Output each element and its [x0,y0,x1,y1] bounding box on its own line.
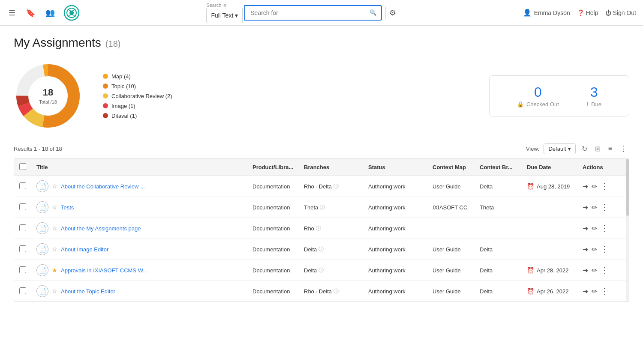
title-text-1[interactable]: Tests [61,204,74,211]
action-edit-2[interactable]: ✏ [592,224,597,233]
due-date-cell-3 [522,239,577,260]
branch-info-icon-4[interactable]: ⓘ [318,267,324,274]
col-header-product[interactable]: Product/Libra... [247,159,299,176]
title-cell-2: 📄 ☆ About the My Assignments page [36,222,242,234]
branch-info-icon-3[interactable]: ⓘ [318,246,324,253]
row-checkbox-3[interactable] [19,245,26,252]
search-button[interactable]: 🔍 [365,9,381,16]
title-text-4[interactable]: Approvals in IXIASOFT CCMS W... [61,267,147,274]
action-edit-1[interactable]: ✏ [592,203,597,212]
row-checkbox-0[interactable] [19,182,26,189]
col-header-due-date[interactable]: Due Date [522,159,577,176]
signout-button[interactable]: ⏻ Sign Out [605,9,636,16]
action-more-3[interactable]: ⋮ [601,245,608,254]
branch-info-icon-0[interactable]: ⓘ [334,183,339,190]
action-navigate-4[interactable]: ➜ [583,266,588,274]
view-label: View: [526,146,540,152]
table-row: 📄 ☆ About the My Assignments page Docume… [14,218,629,239]
donut-total-num: 18 [39,87,57,98]
action-edit-5[interactable]: ✏ [592,287,597,295]
help-button[interactable]: ❓ Help [577,9,598,16]
checked-out-label: Checked Out [526,101,559,107]
user-icon: 👤 [523,9,532,17]
scrollbar-track[interactable] [626,159,629,301]
results-count: Results 1 - 18 of 18 [14,146,62,152]
star-icon-1[interactable]: ☆ [52,204,57,211]
title-text-5[interactable]: About the Topic Editor [61,288,115,295]
action-navigate-2[interactable]: ➜ [583,224,588,233]
stat-checked-out-label: 🔒 Checked Out [517,101,559,107]
action-more-1[interactable]: ⋮ [601,203,608,212]
select-all-checkbox[interactable] [19,163,26,170]
row-checkbox-4[interactable] [19,266,26,273]
branches-cell-1: Theta ⓘ [299,197,363,218]
page-title: My Assignments [14,36,101,50]
legend-label-ditaval: Ditaval (1) [111,113,137,119]
scrollbar-thumb[interactable] [626,159,629,216]
donut-label: 18 Total /18 [39,87,57,105]
title-cell-3: 📄 ☆ About Image Editor [36,243,242,255]
branch-info-icon-5[interactable]: ⓘ [334,288,339,295]
page-count: (18) [105,39,121,49]
title-text-0[interactable]: About the Collaborative Review ... [61,183,145,190]
table-row: 📄 ☆ About the Collaborative Review ... D… [14,176,629,197]
row-checkbox-5[interactable] [19,287,26,294]
filter-rows-button[interactable]: ≡ [607,143,614,154]
user-info[interactable]: 👤 Emma Dyson [523,9,570,17]
action-navigate-1[interactable]: ➜ [583,203,588,212]
stat-due-label: ! Due [587,101,601,107]
search-in-value: Full Text [211,12,233,19]
action-navigate-3[interactable]: ➜ [583,245,588,254]
action-more-5[interactable]: ⋮ [601,286,608,296]
more-options-button[interactable]: ⋮ [618,142,629,155]
stat-due: 3 ! Due [573,84,615,107]
context-map-cell-0: User Guide [427,176,475,197]
action-navigate-0[interactable]: ➜ [583,182,588,191]
legend-dot-topic [103,84,108,89]
team-button[interactable]: 👥 [44,6,57,19]
product-cell-1: Documentation [247,197,299,218]
branch-info-icon-1[interactable]: ⓘ [320,204,325,211]
star-icon-2[interactable]: ☆ [52,225,57,232]
search-input[interactable] [245,6,365,20]
col-header-check [14,159,31,176]
col-header-branches[interactable]: Branches [299,159,363,176]
product-cell-2: Documentation [247,218,299,239]
filter-button[interactable]: ⚙ [389,8,396,18]
row-checkbox-1[interactable] [19,203,26,210]
action-edit-4[interactable]: ✏ [592,266,597,274]
search-box: 🔍 [244,5,382,21]
doc-icon-1: 📄 [36,201,48,213]
col-header-status[interactable]: Status [363,159,427,176]
col-header-context-map[interactable]: Context Map [427,159,475,176]
search-in-select[interactable]: Full Text ▾ [206,8,243,23]
action-more-0[interactable]: ⋮ [601,182,608,191]
help-label: Help [586,9,598,16]
branch-info-icon-2[interactable]: ⓘ [316,225,321,232]
col-header-context-br[interactable]: Context Br... [475,159,522,176]
legend-dot-collab [103,93,108,98]
action-edit-3[interactable]: ✏ [592,245,597,254]
action-navigate-5[interactable]: ➜ [583,287,588,295]
bookmark-button[interactable]: 🔖 [24,6,37,19]
user-name: Emma Dyson [534,9,570,16]
view-select[interactable]: Default ▾ [544,143,575,154]
columns-button[interactable]: ⊞ [593,143,602,155]
title-text-2[interactable]: About the My Assignments page [61,225,141,232]
stat-checked-out: 0 🔒 Checked Out [503,84,573,107]
hamburger-menu-button[interactable]: ☰ [7,6,17,19]
row-checkbox-2[interactable] [19,224,26,231]
refresh-button[interactable]: ↻ [580,143,589,155]
star-icon-0[interactable]: ☆ [52,183,57,190]
branches-cell-0: Rho · Delta ⓘ [299,176,363,197]
star-icon-3[interactable]: ☆ [52,246,57,253]
action-more-2[interactable]: ⋮ [601,224,608,233]
star-icon-5[interactable]: ☆ [52,288,57,295]
title-text-3[interactable]: About Image Editor [61,246,108,253]
legend-dot-image [103,103,108,108]
action-more-4[interactable]: ⋮ [601,266,608,275]
action-edit-0[interactable]: ✏ [592,182,597,191]
star-icon-4[interactable]: ★ [52,267,57,274]
legend-label-image: Image (1) [111,103,135,109]
col-header-title[interactable]: Title [31,159,247,176]
